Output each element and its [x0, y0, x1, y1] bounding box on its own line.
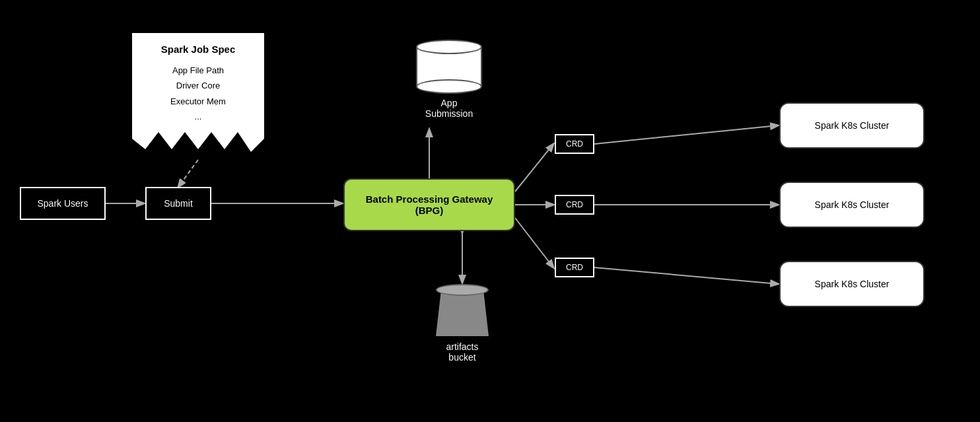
svg-line-8: [594, 125, 778, 144]
bucket-body: [436, 290, 489, 336]
spark-users-label: Spark Users: [37, 198, 88, 209]
spark-job-spec-content: App File Path Driver Core Executor Mem .…: [143, 63, 254, 125]
spark-users-box: Spark Users: [20, 187, 106, 220]
app-submission-label: AppSubmission: [425, 98, 473, 119]
crd-box-3: CRD: [555, 258, 594, 277]
spark-job-spec-box: Spark Job Spec App File Path Driver Core…: [132, 33, 264, 165]
k8s-cluster-1: Spark K8s Cluster: [779, 102, 925, 149]
bpg-label: Batch Processing Gateway(BPG): [366, 193, 493, 216]
spec-line-3: Executor Mem: [143, 94, 254, 109]
submit-box: Submit: [145, 187, 211, 220]
crd1-label: CRD: [566, 139, 583, 149]
app-submission-cylinder: AppSubmission: [409, 40, 489, 119]
k8s1-label: Spark K8s Cluster: [815, 120, 890, 131]
k8s2-label: Spark K8s Cluster: [815, 199, 890, 210]
diagram-container: Spark Users Submit Spark Job Spec App Fi…: [0, 0, 980, 422]
svg-line-10: [594, 267, 778, 284]
k8s-cluster-2: Spark K8s Cluster: [779, 182, 925, 228]
submit-label: Submit: [164, 198, 193, 209]
svg-line-7: [515, 218, 553, 267]
crd3-label: CRD: [566, 263, 583, 272]
svg-line-2: [178, 160, 198, 187]
k8s-cluster-3: Spark K8s Cluster: [779, 261, 925, 307]
svg-line-5: [515, 144, 553, 192]
bucket-top-ellipse: [436, 284, 489, 296]
spec-line-1: App File Path: [143, 63, 254, 78]
cylinder-bottom: [416, 79, 482, 94]
crd-box-1: CRD: [555, 134, 594, 154]
artifacts-bucket: artifactsbucket: [423, 284, 502, 363]
spec-line-4: ...: [143, 109, 254, 124]
spec-line-2: Driver Core: [143, 78, 254, 93]
cylinder-top: [416, 40, 482, 54]
crd2-label: CRD: [566, 200, 583, 209]
spark-job-spec-title: Spark Job Spec: [143, 44, 254, 55]
k8s3-label: Spark K8s Cluster: [815, 279, 890, 289]
crd-box-2: CRD: [555, 195, 594, 215]
bpg-box: Batch Processing Gateway(BPG): [343, 178, 515, 231]
bucket-label: artifactsbucket: [446, 341, 478, 363]
